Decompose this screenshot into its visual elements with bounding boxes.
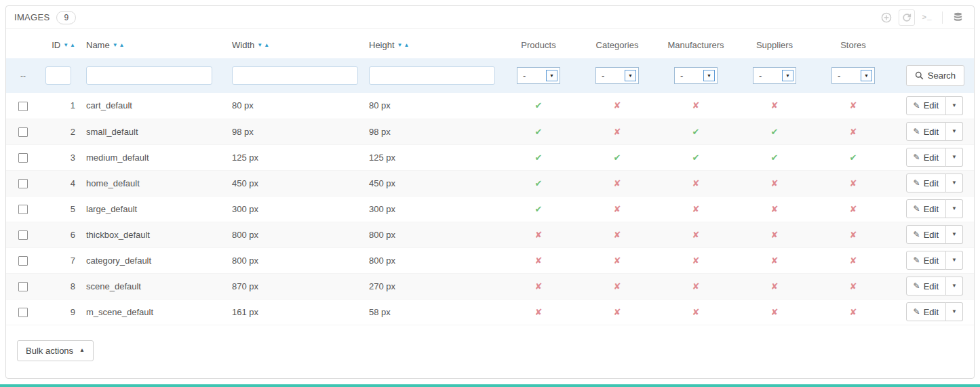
products-status-cell: ✔ bbox=[499, 93, 578, 119]
edit-dropdown-toggle[interactable]: ▼ bbox=[945, 302, 963, 321]
manufacturers-status-cell: ✘ bbox=[656, 170, 735, 196]
caret-up-icon: ▲ bbox=[79, 348, 85, 353]
width-cell: 161 px bbox=[227, 299, 364, 325]
id-cell: 5 bbox=[40, 196, 81, 222]
cross-icon: ✘ bbox=[850, 307, 857, 317]
edit-button-label: Edit bbox=[924, 307, 939, 317]
table-row: 8 scene_default 870 px 270 px ✘ ✘ ✘ ✘ ✘ … bbox=[6, 273, 974, 299]
suppliers-filter-select[interactable]: -▼ bbox=[753, 67, 796, 84]
height-cell: 270 px bbox=[364, 273, 499, 299]
cross-icon: ✘ bbox=[771, 204, 779, 214]
sort-asc-icon[interactable]: ▲ bbox=[404, 43, 410, 48]
cross-icon: ✘ bbox=[614, 204, 621, 214]
edit-button[interactable]: ✎ Edit bbox=[906, 251, 946, 270]
manufacturers-filter-select[interactable]: -▼ bbox=[674, 67, 718, 84]
row-checkbox[interactable] bbox=[18, 102, 28, 111]
name-filter-input[interactable] bbox=[86, 66, 212, 85]
row-checkbox[interactable] bbox=[18, 179, 28, 188]
check-icon: ✔ bbox=[535, 127, 543, 137]
edit-button[interactable]: ✎ Edit bbox=[906, 148, 946, 167]
edit-button[interactable]: ✎ Edit bbox=[906, 225, 946, 244]
caret-down-icon: ▼ bbox=[952, 155, 957, 160]
sort-asc-icon[interactable]: ▲ bbox=[119, 43, 125, 48]
height-cell: 98 px bbox=[364, 119, 499, 144]
column-header-height[interactable]: Height bbox=[369, 40, 395, 50]
cross-icon: ✘ bbox=[614, 256, 621, 266]
column-header-width[interactable]: Width bbox=[232, 40, 254, 50]
edit-dropdown-toggle[interactable]: ▼ bbox=[945, 96, 963, 115]
panel-heading: IMAGES 9 >_ bbox=[6, 6, 974, 29]
edit-dropdown-toggle[interactable]: ▼ bbox=[945, 148, 963, 167]
bulk-actions-button[interactable]: Bulk actions ▲ bbox=[17, 340, 94, 361]
edit-button[interactable]: ✎ Edit bbox=[906, 302, 946, 321]
count-badge: 9 bbox=[56, 11, 76, 24]
categories-status-cell: ✘ bbox=[578, 247, 656, 273]
pencil-icon: ✎ bbox=[914, 256, 920, 265]
edit-button[interactable]: ✎ Edit bbox=[906, 96, 946, 115]
cross-icon: ✘ bbox=[535, 281, 543, 291]
edit-dropdown-toggle[interactable]: ▼ bbox=[945, 122, 963, 141]
sort-desc-icon[interactable]: ▼ bbox=[397, 43, 403, 48]
manufacturers-status-cell: ✘ bbox=[656, 93, 735, 119]
cross-icon: ✘ bbox=[850, 100, 857, 110]
row-checkbox[interactable] bbox=[18, 282, 28, 291]
stores-status-cell: ✘ bbox=[814, 273, 893, 299]
row-checkbox[interactable] bbox=[18, 230, 28, 240]
column-header-name[interactable]: Name bbox=[86, 40, 110, 50]
add-icon[interactable] bbox=[878, 9, 895, 26]
edit-button[interactable]: ✎ Edit bbox=[906, 277, 946, 296]
categories-status-cell: ✘ bbox=[578, 170, 656, 196]
refresh-icon[interactable] bbox=[899, 9, 915, 26]
sort-desc-icon[interactable]: ▼ bbox=[257, 43, 262, 48]
edit-button[interactable]: ✎ Edit bbox=[906, 122, 946, 141]
cross-icon: ✘ bbox=[614, 230, 621, 240]
column-header-id[interactable]: ID bbox=[52, 40, 60, 50]
edit-button[interactable]: ✎ Edit bbox=[906, 199, 946, 218]
edit-dropdown-toggle[interactable]: ▼ bbox=[945, 251, 963, 270]
products-status-cell: ✘ bbox=[499, 273, 578, 299]
height-cell: 800 px bbox=[364, 247, 499, 273]
row-checkbox[interactable] bbox=[18, 127, 28, 137]
height-filter-input[interactable] bbox=[369, 66, 495, 85]
database-icon[interactable] bbox=[949, 9, 966, 26]
suppliers-status-cell: ✘ bbox=[735, 222, 814, 247]
row-checkbox[interactable] bbox=[18, 308, 28, 317]
table-row: 9 m_scene_default 161 px 58 px ✘ ✘ ✘ ✘ ✘… bbox=[6, 299, 974, 325]
caret-down-icon: ▼ bbox=[952, 258, 957, 263]
terminal-icon[interactable]: >_ bbox=[919, 9, 935, 26]
width-filter-input[interactable] bbox=[232, 66, 358, 85]
edit-dropdown-toggle[interactable]: ▼ bbox=[945, 199, 963, 218]
edit-dropdown-toggle[interactable]: ▼ bbox=[945, 277, 963, 296]
height-cell: 450 px bbox=[364, 170, 499, 196]
cross-icon: ✘ bbox=[850, 178, 857, 188]
edit-button[interactable]: ✎ Edit bbox=[906, 174, 946, 192]
categories-status-cell: ✘ bbox=[578, 222, 656, 247]
sort-desc-icon[interactable]: ▼ bbox=[63, 43, 68, 48]
products-status-cell: ✘ bbox=[499, 222, 578, 247]
sort-desc-icon[interactable]: ▼ bbox=[113, 43, 118, 48]
search-button[interactable]: Search bbox=[906, 65, 964, 86]
row-checkbox[interactable] bbox=[18, 153, 28, 163]
id-filter-input[interactable] bbox=[45, 66, 71, 85]
products-status-cell: ✔ bbox=[499, 119, 578, 144]
products-filter-select[interactable]: -▼ bbox=[517, 67, 560, 84]
suppliers-status-cell: ✘ bbox=[735, 247, 814, 273]
suppliers-status-cell: ✘ bbox=[735, 299, 814, 325]
stores-filter-select[interactable]: -▼ bbox=[831, 67, 875, 84]
edit-dropdown-toggle[interactable]: ▼ bbox=[945, 225, 963, 244]
width-cell: 80 px bbox=[227, 93, 364, 119]
table-row: 1 cart_default 80 px 80 px ✔ ✘ ✘ ✘ ✘ ✎ E… bbox=[6, 93, 974, 119]
select-all-label[interactable]: -- bbox=[20, 71, 26, 81]
stores-status-cell: ✘ bbox=[814, 119, 893, 144]
sort-asc-icon[interactable]: ▲ bbox=[264, 43, 269, 48]
suppliers-status-cell: ✘ bbox=[735, 273, 814, 299]
categories-filter-select[interactable]: -▼ bbox=[595, 67, 639, 84]
check-icon: ✔ bbox=[535, 204, 543, 214]
check-icon: ✔ bbox=[692, 127, 700, 137]
row-checkbox[interactable] bbox=[18, 205, 28, 214]
edit-dropdown-toggle[interactable]: ▼ bbox=[945, 174, 963, 192]
sort-asc-icon[interactable]: ▲ bbox=[70, 43, 75, 48]
row-checkbox[interactable] bbox=[18, 256, 28, 266]
pencil-icon: ✎ bbox=[914, 281, 920, 291]
column-header-row: ID▼▲ Name▼▲ Width▼▲ Height▼▲ Products Ca… bbox=[6, 29, 974, 58]
